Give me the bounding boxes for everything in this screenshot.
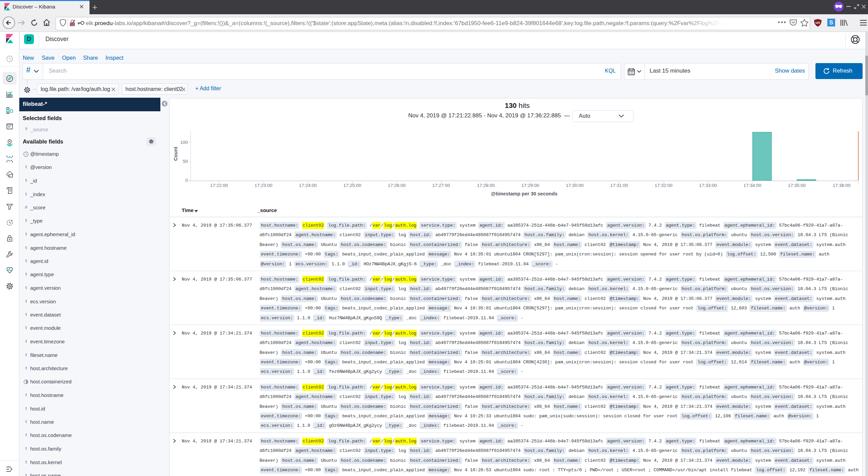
svg-text:UO: UO [815,21,820,24]
